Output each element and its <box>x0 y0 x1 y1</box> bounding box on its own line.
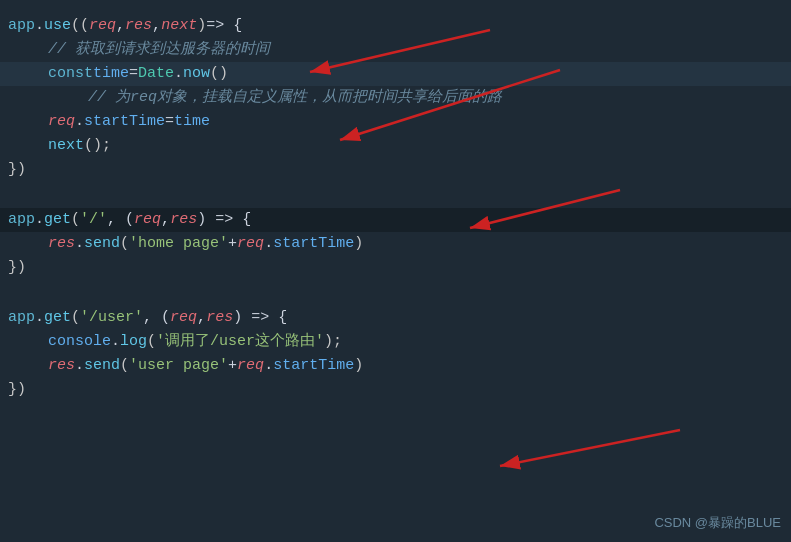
comma2: , <box>152 15 161 37</box>
dot10: . <box>264 355 273 377</box>
arrow2: ) => { <box>197 209 251 231</box>
code-container: app.use((req, res, next) => { // 获取到请求到达… <box>0 0 791 542</box>
start-time-prop: startTime <box>84 111 165 133</box>
get-method-1: get <box>44 209 71 231</box>
req-obj: req <box>48 111 75 133</box>
dot9: . <box>75 355 84 377</box>
comment-1: // 获取到请求到达服务器的时间 <box>48 39 270 61</box>
code-line-6: next(); <box>0 134 791 158</box>
code-line-10: }) <box>0 256 791 280</box>
req3: req <box>237 233 264 255</box>
path-user: '/user' <box>80 307 143 329</box>
starttime3: startTime <box>273 355 354 377</box>
arrow3: ) => { <box>233 307 287 329</box>
kw-const: const <box>48 63 93 85</box>
param-res: res <box>125 15 152 37</box>
parens-now: () <box>210 63 228 85</box>
next-call: next <box>48 135 84 157</box>
svg-line-4 <box>500 430 680 466</box>
code-line-1: app.use((req, res, next) => { <box>0 14 791 38</box>
comma1: , <box>116 15 125 37</box>
close-1: }) <box>8 159 26 181</box>
code-block-3: app.get('/user', (req, res) => { console… <box>0 302 791 406</box>
close-3: }) <box>8 379 26 401</box>
time-var: time <box>174 111 210 133</box>
get-method-2: get <box>44 307 71 329</box>
comma5: , ( <box>143 307 170 329</box>
dot8: . <box>111 331 120 353</box>
plus2: + <box>228 355 237 377</box>
arrow1: => { <box>206 15 242 37</box>
comma4: , <box>161 209 170 231</box>
dot4: . <box>35 209 44 231</box>
param-next: next <box>161 15 197 37</box>
eq2: = <box>165 111 174 133</box>
dot2: . <box>174 63 183 85</box>
code-line-5: req.startTime = time <box>0 110 791 134</box>
sep-2 <box>0 284 791 302</box>
code-block-2: app.get('/', (req, res) => { res.send('h… <box>0 204 791 284</box>
req5: req <box>237 355 264 377</box>
plus1: + <box>228 233 237 255</box>
code-block-1: app.use((req, res, next) => { // 获取到请求到达… <box>0 10 791 186</box>
req2: req <box>134 209 161 231</box>
dot6: . <box>264 233 273 255</box>
code-line-4: // 为req对象，挂载自定义属性，从而把时间共享给后面的路 <box>0 86 791 110</box>
send-method-2: send <box>84 355 120 377</box>
param-req: req <box>89 15 116 37</box>
console-obj: console <box>48 331 111 353</box>
keyword-app: app <box>8 15 35 37</box>
p6: ( <box>71 307 80 329</box>
str-user: 'user page' <box>129 355 228 377</box>
close-2: }) <box>8 257 26 279</box>
code-line-7: }) <box>0 158 791 182</box>
paren1: (( <box>71 15 89 37</box>
code-line-9: res.send('home page' + req.startTime) <box>0 232 791 256</box>
p3: ( <box>71 209 80 231</box>
code-line-3: const time = Date.now() <box>0 62 791 86</box>
req4: req <box>170 307 197 329</box>
p8: ); <box>324 331 342 353</box>
code-line-2: // 获取到请求到达服务器的时间 <box>0 38 791 62</box>
p9: ( <box>120 355 129 377</box>
method-use: use <box>44 15 71 37</box>
paren2: ) <box>197 15 206 37</box>
p10: ) <box>354 355 363 377</box>
comma3: , ( <box>107 209 134 231</box>
comma6: , <box>197 307 206 329</box>
code-line-13: res.send('user page' + req.startTime) <box>0 354 791 378</box>
code-line-12: console.log('调用了/user这个路由'); <box>0 330 791 354</box>
comment-2: // 为req对象，挂载自定义属性，从而把时间共享给后面的路 <box>88 87 502 109</box>
log-method: log <box>120 331 147 353</box>
res4: res <box>206 307 233 329</box>
str-home: 'home page' <box>129 233 228 255</box>
dot5: . <box>75 233 84 255</box>
res3: res <box>48 233 75 255</box>
var-time: time <box>93 63 129 85</box>
send-method-1: send <box>84 233 120 255</box>
starttime2: startTime <box>273 233 354 255</box>
date-obj: Date <box>138 63 174 85</box>
code-line-14: }) <box>0 378 791 402</box>
sep-1 <box>0 186 791 204</box>
p5: ) <box>354 233 363 255</box>
dot1: . <box>35 15 44 37</box>
p7: ( <box>147 331 156 353</box>
path-root: '/' <box>80 209 107 231</box>
code-line-11: app.get('/user', (req, res) => { <box>0 306 791 330</box>
app-3: app <box>8 307 35 329</box>
app-2: app <box>8 209 35 231</box>
res5: res <box>48 355 75 377</box>
watermark: CSDN @暴躁的BLUE <box>654 514 781 532</box>
dot7: . <box>35 307 44 329</box>
eq1: = <box>129 63 138 85</box>
res2: res <box>170 209 197 231</box>
p4: ( <box>120 233 129 255</box>
parens-next: (); <box>84 135 111 157</box>
now-method: now <box>183 63 210 85</box>
dot3: . <box>75 111 84 133</box>
str-log: '调用了/user这个路由' <box>156 331 324 353</box>
code-line-8: app.get('/', (req, res) => { <box>0 208 791 232</box>
